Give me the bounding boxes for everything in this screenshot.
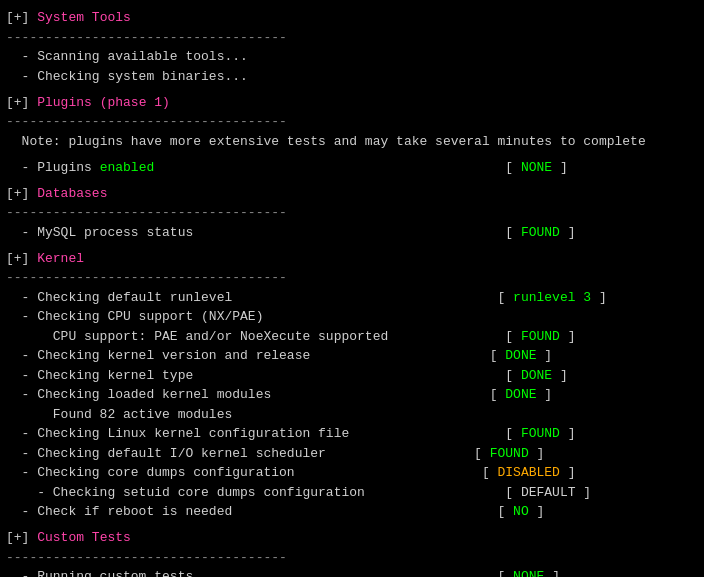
terminal-line: - Checking kernel version and release [ … — [6, 346, 698, 366]
terminal-line: - Plugins enabled [ NONE ] — [6, 158, 698, 178]
terminal-line: ------------------------------------ — [6, 268, 698, 288]
status-value: NO — [513, 504, 529, 519]
terminal-line: - Checking default I/O kernel scheduler … — [6, 444, 698, 464]
status-label: - Running custom tests... — [6, 569, 217, 577]
status-value: FOUND — [490, 446, 529, 461]
note-text: plugins have more extensive tests and ma… — [68, 134, 645, 149]
terminal-line: - Scanning available tools... — [6, 47, 698, 67]
status-value: DEFAULT — [521, 485, 576, 500]
terminal-line: - Checking core dumps configuration [ DI… — [6, 463, 698, 483]
section-label: Custom Tests — [37, 530, 131, 545]
status-value: FOUND — [521, 426, 560, 441]
section-label: System Tools — [37, 10, 131, 25]
status-value: DISABLED — [498, 465, 560, 480]
status-label: - Checking core dumps configuration — [6, 465, 295, 480]
terminal-line: ------------------------------------ — [6, 548, 698, 568]
section-label: Kernel — [37, 251, 84, 266]
status-label: - Check if reboot is needed — [6, 504, 232, 519]
section-label: Plugins (phase 1) — [37, 95, 170, 110]
section-label: Databases — [37, 186, 107, 201]
section-bracket: [+] — [6, 10, 37, 25]
terminal-line: [+] System Tools — [6, 8, 698, 28]
terminal-line: ------------------------------------ — [6, 112, 698, 132]
status-label: - MySQL process status — [6, 225, 193, 240]
terminal-line: - Checking system binaries... — [6, 67, 698, 87]
status-label: - Checking loaded kernel modules — [6, 387, 271, 402]
note-label: Note: — [6, 134, 68, 149]
status-label: - Checking kernel version and release — [6, 348, 310, 363]
terminal-line: [+] Custom Tests — [6, 528, 698, 548]
terminal-line: [+] Kernel — [6, 249, 698, 269]
status-label: - Checking setuid core dumps configurati… — [6, 485, 365, 500]
terminal-line: - Check if reboot is needed [ NO ] — [6, 502, 698, 522]
terminal-line: ------------------------------------ — [6, 28, 698, 48]
status-value: runlevel 3 — [513, 290, 591, 305]
terminal-line: Note: plugins have more extensive tests … — [6, 132, 698, 152]
section-bracket: [+] — [6, 251, 37, 266]
status-label: - Checking default I/O kernel scheduler — [6, 446, 326, 461]
status-value: FOUND — [521, 329, 560, 344]
section-bracket: [+] — [6, 95, 37, 110]
status-value: DONE — [505, 348, 536, 363]
status-value: DONE — [521, 368, 552, 383]
status-label: CPU support: PAE and/or NoeXecute suppor… — [6, 329, 388, 344]
terminal-line: - Checking default runlevel [ runlevel 3… — [6, 288, 698, 308]
terminal-line: - Checking CPU support (NX/PAE) — [6, 307, 698, 327]
status-label: - Checking kernel type — [6, 368, 193, 383]
status-label: - Checking Linux kernel configuration fi… — [6, 426, 349, 441]
status-value: FOUND — [521, 225, 560, 240]
terminal-line: ------------------------------------ — [6, 203, 698, 223]
terminal-line: - Checking kernel type [ DONE ] — [6, 366, 698, 386]
terminal-line: Found 82 active modules — [6, 405, 698, 425]
status-value: NONE — [513, 569, 544, 577]
terminal-line: - Running custom tests... [ NONE ] — [6, 567, 698, 577]
terminal-line: [+] Databases — [6, 184, 698, 204]
terminal-line: - Checking loaded kernel modules [ DONE … — [6, 385, 698, 405]
status-value: DONE — [505, 387, 536, 402]
terminal-line: - Checking setuid core dumps configurati… — [6, 483, 698, 503]
terminal-output: [+] System Tools------------------------… — [6, 8, 698, 577]
terminal-line: - Checking Linux kernel configuration fi… — [6, 424, 698, 444]
terminal-line: - MySQL process status [ FOUND ] — [6, 223, 698, 243]
terminal-line: CPU support: PAE and/or NoeXecute suppor… — [6, 327, 698, 347]
section-bracket: [+] — [6, 530, 37, 545]
status-value: NONE — [521, 160, 552, 175]
status-word: enabled — [100, 160, 155, 175]
status-label: - Plugins — [6, 160, 100, 175]
terminal-line: [+] Plugins (phase 1) — [6, 93, 698, 113]
status-label: - Checking default runlevel — [6, 290, 232, 305]
section-bracket: [+] — [6, 186, 37, 201]
